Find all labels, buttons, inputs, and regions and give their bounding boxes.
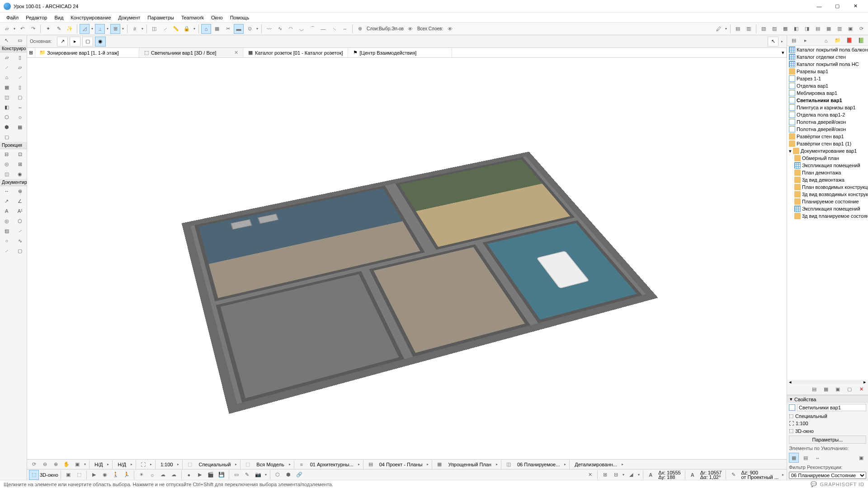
scale-nd1[interactable]: Н/Д	[92, 462, 105, 467]
detail-tool-icon[interactable]: ◎	[0, 159, 14, 169]
label-tool-icon[interactable]: A¹	[14, 206, 27, 216]
lock-icon[interactable]: 🔒	[182, 24, 192, 34]
line-icon[interactable]: —	[318, 24, 328, 34]
morph-tool-icon[interactable]: ▦	[14, 122, 27, 132]
detail-level[interactable]: Детализированн...	[572, 462, 619, 467]
nav-item[interactable]: План возводимых конструкций	[787, 183, 868, 191]
redo-icon[interactable]: ↷	[28, 24, 38, 34]
folder-icon[interactable]: 📁	[833, 36, 843, 46]
nav-item[interactable]: 3д вид возводимых конструкций	[787, 191, 868, 198]
expand-icon[interactable]: ▾	[789, 148, 792, 154]
fill-tool-icon[interactable]: ▨	[0, 226, 14, 236]
planstate-icon[interactable]: ◫	[504, 460, 514, 469]
trace-icon[interactable]: ◫	[149, 24, 159, 34]
action1-icon[interactable]: ▤	[809, 385, 819, 394]
arc2-icon[interactable]: ◡	[297, 24, 307, 34]
region-icon[interactable]: ▦	[212, 24, 222, 34]
nav-item[interactable]: 3д вид планируемое состояние	[787, 212, 868, 220]
tab-zoning[interactable]: 📁Зонирование вар1 [1. 1-й этаж]	[35, 48, 139, 57]
radial-tool-icon[interactable]: ↗	[0, 196, 14, 206]
walk-icon[interactable]: 🚶	[111, 470, 121, 480]
dropdown-icon[interactable]: ▾	[193, 27, 196, 31]
ctx-btn-3[interactable]: ▢	[82, 37, 93, 47]
dropdown-icon[interactable]: ▸	[149, 462, 153, 466]
menu-teamwork[interactable]: Teamwork	[178, 14, 208, 21]
eye2-icon[interactable]: 👁	[445, 24, 455, 34]
tool-c-icon[interactable]: ▧	[759, 24, 769, 34]
marquee-tool-icon[interactable]: ▭	[14, 35, 27, 45]
snap-2-icon[interactable]: ⟂	[95, 24, 105, 34]
nav1-icon[interactable]: ▶	[89, 470, 99, 480]
plan-state[interactable]: 06 Планируемое...	[514, 462, 562, 467]
tab-catalog[interactable]: ▦Каталог розеток [01 - Каталог розеток]	[243, 48, 348, 57]
marquee-icon[interactable]: ▭	[231, 470, 241, 480]
cloud2-icon[interactable]: ☁	[169, 470, 179, 480]
messages-icon[interactable]: 💬	[811, 481, 817, 487]
model-icon[interactable]: ⬚	[243, 460, 253, 469]
nav-item[interactable]: Каталог покрытий пола балкон	[787, 46, 868, 53]
snap-a-icon[interactable]: ◢	[626, 470, 636, 480]
dropdown-icon[interactable]: ▾	[264, 473, 268, 477]
dropdown-icon[interactable]: ▸	[426, 462, 429, 466]
curtain-tool-icon[interactable]: ▯	[14, 82, 27, 92]
dropdown-icon[interactable]: ▾	[637, 473, 641, 477]
dropdown-icon[interactable]: ▸	[357, 462, 361, 466]
skylight-tool-icon[interactable]: ◧	[0, 102, 14, 112]
tab-overflow-icon[interactable]: ▾	[780, 48, 787, 57]
nav-item[interactable]: Планируемое состояние	[787, 198, 868, 205]
nav-item[interactable]: Экспликация помещений	[787, 162, 868, 169]
slab-tool-icon[interactable]: ▱	[14, 62, 27, 72]
tool-g-icon[interactable]: ◨	[802, 24, 812, 34]
navigator-tree[interactable]: Каталог покрытий пола балконКаталог отде…	[787, 46, 868, 380]
zoom-in-icon[interactable]: ⊕	[51, 460, 61, 469]
close-button[interactable]: ✕	[846, 1, 864, 12]
tab-lights[interactable]: ⬚Светильники вар1 [3D / Все]✕	[139, 48, 243, 57]
dropdown-icon[interactable]: ▾	[255, 27, 259, 31]
nav-item[interactable]: Развёртки стен вар1 (1)	[787, 140, 868, 147]
snap-3-icon[interactable]: ⊞	[110, 24, 120, 34]
object-tool-icon[interactable]: ⬡	[0, 112, 14, 122]
marker2-icon[interactable]: ⬢	[283, 470, 293, 480]
home-icon[interactable]: ⌂	[201, 24, 211, 34]
tab-interact[interactable]: ⚑[Центр Взаимодействия]	[348, 48, 452, 57]
dropdown-icon[interactable]: ▾	[121, 27, 125, 31]
section-tool-icon[interactable]: ⊟	[0, 149, 14, 159]
nav-item[interactable]: Светильники вар1	[787, 97, 868, 104]
render-mode[interactable]: Специальный	[196, 462, 233, 467]
pick-icon[interactable]: ✦	[43, 24, 53, 34]
spline-tool-icon[interactable]: ∿	[14, 236, 27, 246]
project-combo[interactable]: 04 Проект - Планы	[377, 462, 425, 467]
highlight-icon[interactable]: ✎	[54, 24, 64, 34]
nav-item[interactable]: Обмерный план	[787, 155, 868, 162]
action3-icon[interactable]: ▣	[833, 385, 843, 394]
view-name-input[interactable]	[797, 404, 866, 411]
penset-icon[interactable]: 🖊	[713, 24, 723, 34]
pan-icon[interactable]: ✋	[61, 460, 71, 469]
default1-icon[interactable]: ▦	[789, 453, 799, 463]
model-filter[interactable]: Вся Модель	[254, 462, 287, 467]
default2-icon[interactable]: ▤	[801, 453, 811, 463]
brush-icon[interactable]: ✎	[242, 470, 252, 480]
measure-icon[interactable]: 📏	[171, 24, 181, 34]
dropdown-icon[interactable]: ▾	[622, 473, 625, 477]
marker-tool-icon[interactable]: ◎	[0, 216, 14, 226]
elevation-tool-icon[interactable]: ⊡	[14, 149, 27, 159]
play-icon[interactable]: ▶	[195, 470, 205, 480]
arc-icon[interactable]: ◠	[286, 24, 296, 34]
compass-icon[interactable]: ⊕	[355, 24, 365, 34]
dropdown-icon[interactable]: ▾	[90, 27, 94, 31]
nav-item[interactable]: Плинтуса и карнизы вар1	[787, 104, 868, 111]
close-icon[interactable]: ✕	[585, 470, 595, 480]
eye-icon[interactable]: 👁	[406, 24, 415, 34]
dropdown-icon[interactable]: ▸	[106, 462, 110, 466]
opening-tool-icon[interactable]: ▢	[0, 132, 14, 142]
nav-item[interactable]: Полотна дверей/окон	[787, 118, 868, 126]
mesh-tool-icon[interactable]: ▦	[0, 82, 14, 92]
nav-item[interactable]: Разрезы вар1	[787, 68, 868, 75]
door-tool-icon[interactable]: ◫	[0, 92, 14, 102]
tool-a-icon[interactable]: ▤	[733, 24, 743, 34]
nav-item[interactable]: План демонтажа	[787, 169, 868, 176]
render-mode-icon[interactable]: ⬚	[185, 460, 195, 469]
level-tool-icon[interactable]: ⊕	[14, 186, 27, 196]
dropdown-icon[interactable]: ▾	[141, 27, 144, 31]
